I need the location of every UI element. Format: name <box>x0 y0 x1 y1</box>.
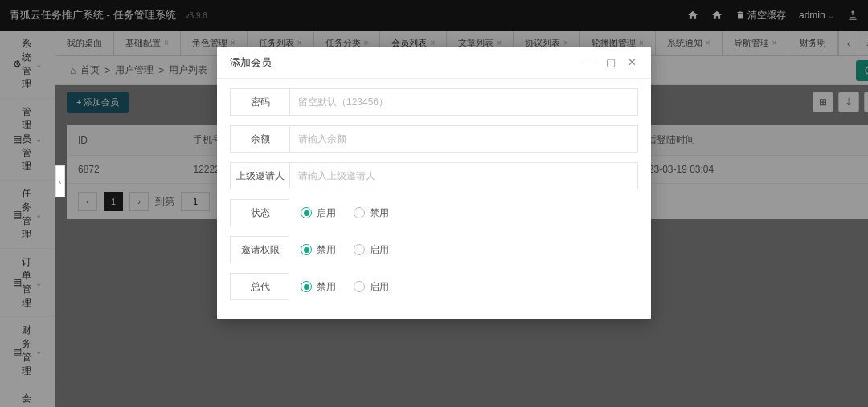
balance-field[interactable] <box>289 125 638 153</box>
inviter-field[interactable] <box>289 162 638 189</box>
general-agent-label: 总代 <box>230 273 289 300</box>
general-agent-disable-radio[interactable]: 禁用 <box>301 280 336 294</box>
general-agent-enable-radio[interactable]: 启用 <box>354 280 389 294</box>
close-icon[interactable]: ✕ <box>625 56 638 69</box>
minimize-icon[interactable]: — <box>583 56 596 69</box>
status-enable-radio[interactable]: 启用 <box>301 206 336 220</box>
add-member-modal: 添加会员 — ▢ ✕ 密码 余额 上级邀请人 状态 <box>217 47 651 319</box>
password-label: 密码 <box>230 88 289 116</box>
status-disable-radio[interactable]: 禁用 <box>354 206 389 220</box>
inviter-label: 上级邀请人 <box>230 162 289 189</box>
invite-perm-label: 邀请权限 <box>230 236 289 263</box>
balance-label: 余额 <box>230 125 289 153</box>
password-field[interactable] <box>289 88 638 116</box>
slide-handle[interactable]: ‹ <box>55 165 65 197</box>
invite-perm-disable-radio[interactable]: 禁用 <box>301 243 336 257</box>
invite-perm-enable-radio[interactable]: 启用 <box>354 243 389 257</box>
status-label: 状态 <box>230 199 289 226</box>
modal-title: 添加会员 <box>230 55 272 70</box>
modal-overlay: 添加会员 — ▢ ✕ 密码 余额 上级邀请人 状态 <box>0 0 868 407</box>
maximize-icon[interactable]: ▢ <box>604 56 617 69</box>
